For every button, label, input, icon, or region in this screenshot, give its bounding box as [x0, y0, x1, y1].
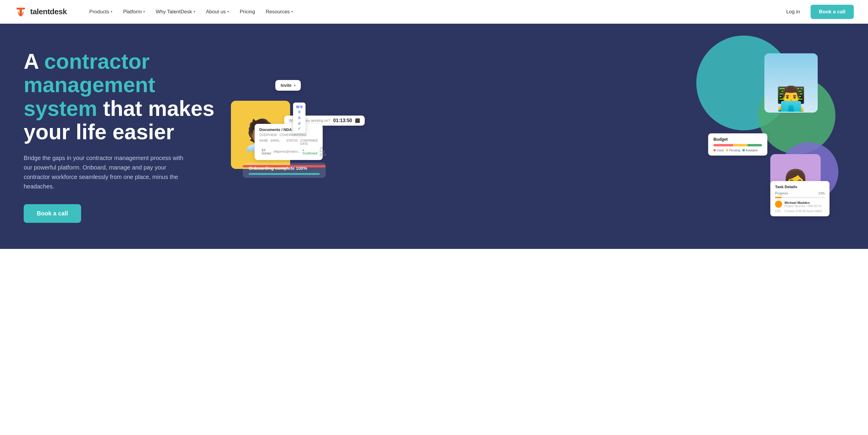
doc-tabs: OVERVIEW CONFIRMATIONS — [259, 133, 318, 137]
hero-description: Bridge the gaps in your contractor manag… — [24, 153, 189, 191]
hero-right: Invite ▾ What are you working on? 01:13:… — [225, 48, 844, 225]
onboarding-progress-bar — [249, 173, 320, 175]
task-avatar — [775, 201, 782, 208]
onboarding-label: Onboarding complete 100% — [249, 166, 320, 171]
doc-table-header: NAME EMAIL STATUS CONFIRMED DATE — [259, 139, 318, 145]
task-person-info: Michael Madden Project Sponsor • $40.00 … — [784, 201, 822, 208]
invite-label: Invite — [281, 83, 291, 88]
w9-lines: ≡≡≡ — [296, 109, 303, 126]
hero-left: A contractor management system that make… — [24, 50, 225, 223]
task-title: Task Details — [775, 184, 825, 189]
budget-pending-bar — [733, 144, 747, 146]
chevron-down-icon: ▾ — [111, 10, 113, 13]
onboarding-bar: Onboarding complete 100% — [243, 163, 326, 178]
budget-bar — [713, 144, 762, 146]
nav-platform[interactable]: Platform ▾ — [118, 6, 150, 17]
nav-products[interactable]: Products ▾ — [85, 6, 117, 17]
task-hours: 0 hours of 60.00 hours billed — [784, 209, 822, 213]
nav-pricing[interactable]: Pricing — [235, 6, 260, 17]
doc-status: ● Confirmed — [303, 148, 317, 155]
chevron-down-icon: ▾ — [194, 10, 195, 13]
budget-card: Budget Used Pending Available — [708, 133, 767, 155]
w9-label: W-9 — [296, 105, 303, 109]
doc-card: Documents / NDA 2023 OVERVIEW CONFIRMATI… — [255, 124, 323, 160]
invite-card: Invite ▾ — [275, 80, 301, 91]
hero-section: A contractor management system that make… — [0, 24, 868, 249]
task-progress-pct: 13% — [818, 192, 825, 195]
budget-available-legend: Available — [742, 149, 757, 152]
person-card-top — [764, 53, 818, 113]
task-card: Task Details Progress 13% Michael Madden… — [770, 181, 830, 216]
hero-title-plain: A — [24, 50, 44, 73]
budget-title: Budget — [713, 137, 762, 142]
onboarding-fill — [249, 173, 320, 175]
budget-legend: Used Pending Available — [713, 149, 762, 152]
nav-about[interactable]: About us ▾ — [201, 6, 234, 17]
logo-icon — [14, 6, 27, 17]
person-top-image — [764, 53, 818, 113]
timer-value: 01:13:50 — [333, 118, 352, 123]
task-person-name: Michael Madden — [784, 201, 822, 204]
task-progress-bar — [775, 197, 825, 198]
task-progress-row: Progress 13% — [775, 192, 825, 195]
doc-row: Ed Gomez billgomez@mailco... ● Confirmed… — [259, 147, 318, 156]
budget-used-bar — [713, 144, 733, 146]
nav-why[interactable]: Why TalentDesk ▾ — [151, 6, 200, 17]
nav-actions: Log in Book a call — [781, 5, 854, 19]
logo-link[interactable]: talentdesk — [14, 6, 67, 17]
login-button[interactable]: Log in — [781, 6, 805, 17]
task-progress-label: Progress — [775, 192, 788, 195]
task-footer: 13% 0 hours of 60.00 hours billed — [775, 209, 825, 213]
task-sponsor: Project Sponsor • $40.00 /hr — [784, 204, 822, 208]
book-call-button[interactable]: Book a call — [811, 5, 854, 19]
navbar: talentdesk Products ▾ Platform ▾ Why Tal… — [0, 0, 868, 24]
task-pct: 13% — [775, 209, 781, 213]
chevron-down-icon: ▾ — [294, 84, 296, 87]
budget-available-bar — [747, 144, 762, 146]
task-progress-fill — [775, 197, 781, 198]
w9-badge: W-9 ≡≡≡ ✓ — [293, 103, 306, 133]
chevron-down-icon: ▾ — [143, 10, 145, 13]
nav-links: Products ▾ Platform ▾ Why TalentDesk ▾ A… — [85, 6, 781, 17]
chevron-down-icon: ▾ — [291, 10, 293, 13]
hero-title: A contractor management system that make… — [24, 50, 225, 144]
nav-resources[interactable]: Resources ▾ — [261, 6, 298, 17]
logo-text: talentdesk — [30, 7, 67, 16]
hero-cta-button[interactable]: Book a call — [24, 204, 81, 223]
budget-pending-legend: Pending — [726, 149, 740, 152]
chevron-down-icon: ▾ — [227, 10, 229, 13]
task-person: Michael Madden Project Sponsor • $40.00 … — [775, 201, 825, 208]
w9-check-icon: ✓ — [296, 126, 303, 131]
doc-title: Documents / NDA 2023 — [259, 127, 318, 132]
budget-used-legend: Used — [713, 149, 723, 152]
timer-stop-icon: ⬛ — [355, 118, 360, 123]
